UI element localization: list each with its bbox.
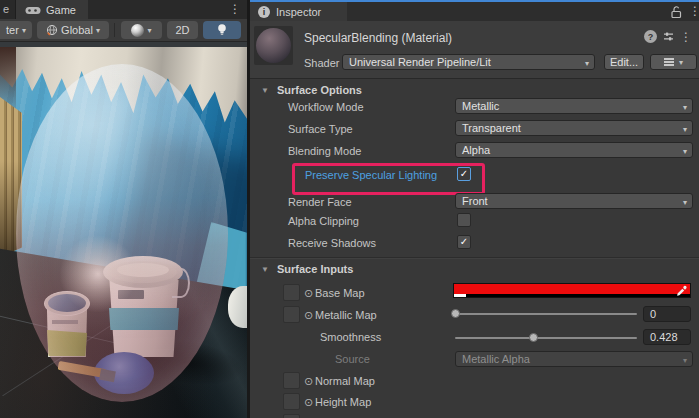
alpha-clipping-label: Alpha Clipping (288, 215, 359, 227)
unity-editor-window: e Game ⋮ ter ▾ Global ▾ ▾ (0, 0, 699, 418)
alpha-clipping-checkbox[interactable] (457, 213, 471, 227)
blending-mode-value: Alpha (462, 144, 490, 156)
scene-lighting-toggle-button[interactable] (203, 21, 241, 39)
gamepad-icon (25, 5, 41, 15)
game-viewport[interactable] (0, 42, 247, 418)
object-picker-icon[interactable]: ⊙ (304, 287, 313, 300)
surface-type-dropdown[interactable]: Transparent ▾ (455, 120, 693, 136)
height-map-texture-slot[interactable] (283, 393, 300, 410)
section-separator (250, 257, 699, 259)
receive-shadows-checkbox[interactable]: ✓ (457, 235, 471, 249)
scene-toolbar: ter ▾ Global ▾ ▾ 2D (0, 19, 247, 42)
tool-global-pivot-button[interactable]: Global ▾ (37, 21, 109, 39)
partial-bucket-right (228, 286, 247, 328)
object-picker-icon[interactable]: ⊙ (304, 309, 313, 322)
metallic-slider[interactable] (455, 313, 637, 315)
material-title: SpecularBlending (Material) (304, 31, 452, 45)
material-menu-kebab-icon[interactable]: ⋮ (680, 30, 692, 44)
object-picker-icon[interactable]: ⊙ (304, 375, 313, 388)
handle-rotation-label: ter (6, 24, 19, 36)
normal-map-texture-slot[interactable] (283, 372, 300, 389)
source-value: Metallic Alpha (462, 353, 530, 365)
smoothness-slider-thumb[interactable] (529, 333, 538, 342)
chevron-down-icon: ▾ (585, 59, 589, 68)
blending-mode-dropdown[interactable]: Alpha ▾ (455, 142, 693, 158)
render-face-value: Front (462, 195, 488, 207)
shading-mode-button[interactable]: ▾ (121, 21, 162, 39)
presets-icon[interactable] (662, 30, 675, 43)
material-preview-sphere[interactable] (254, 26, 293, 65)
inspector-panel: i Inspector ⋮ SpecularBlending (Material… (250, 0, 699, 418)
game-tab-label: Game (46, 4, 76, 16)
render-face-dropdown[interactable]: Front ▾ (455, 193, 693, 209)
receive-shadows-label: Receive Shadows (288, 237, 376, 249)
inspector-tab-bar: i Inspector ⋮ (250, 2, 699, 21)
workflow-mode-dropdown[interactable]: Metallic ▾ (455, 98, 693, 114)
workflow-mode-value: Metallic (462, 100, 499, 112)
chevron-down-icon: ▾ (683, 103, 687, 112)
inspector-menu-kebab-icon[interactable]: ⋮ (689, 4, 699, 18)
chevron-down-icon: ▾ (22, 26, 26, 35)
tab-game[interactable]: Game (16, 0, 88, 19)
inspector-tab-label: Inspector (276, 6, 321, 18)
foldout-arrow-icon[interactable]: ▼ (261, 86, 269, 95)
chevron-down-icon: ▾ (679, 58, 683, 67)
game-tab-bar: e Game ⋮ (0, 0, 247, 19)
chevron-down-icon: ▾ (147, 26, 151, 35)
lightbulb-icon (216, 23, 228, 37)
preserve-specular-lighting-checkbox[interactable]: ✓ (457, 167, 471, 181)
surface-type-label: Surface Type (288, 123, 353, 135)
metallic-map-label: Metallic Map (315, 309, 377, 321)
shaded-sphere-icon (131, 24, 144, 37)
workflow-mode-label: Workflow Mode (288, 101, 364, 113)
global-label: Global (61, 24, 93, 36)
2d-label: 2D (175, 24, 189, 36)
base-map-label: Base Map (315, 287, 365, 299)
partial-texture-slot[interactable] (283, 414, 300, 418)
transparent-specular-sphere (16, 64, 228, 402)
metallic-map-texture-slot[interactable] (283, 306, 300, 323)
help-icon[interactable]: ? (644, 30, 657, 43)
chevron-down-icon: ▾ (683, 147, 687, 156)
partial-tab[interactable]: e (3, 3, 9, 15)
list-menu-icon (664, 58, 674, 66)
normal-map-label: Normal Map (315, 375, 375, 387)
shader-value: Universal Render Pipeline/Lit (349, 56, 491, 68)
surface-type-value: Transparent (462, 122, 521, 134)
metallic-slider-thumb[interactable] (451, 309, 460, 318)
game-panel: e Game ⋮ ter ▾ Global ▾ ▾ (0, 0, 247, 418)
smoothness-slider[interactable] (455, 337, 637, 339)
material-ui-mode-button[interactable]: ▾ (650, 54, 697, 70)
metallic-value-field[interactable]: 0 (643, 306, 691, 322)
chevron-down-icon: ▾ (683, 356, 687, 365)
smoothness-value-field[interactable]: 0.428 (643, 329, 691, 345)
blending-mode-label: Blending Mode (288, 145, 361, 157)
2d-toggle-button[interactable]: 2D (167, 21, 198, 39)
object-picker-icon[interactable]: ⊙ (304, 396, 313, 409)
toolbar-separator (114, 23, 115, 37)
unlock-icon[interactable] (670, 5, 682, 19)
foldout-arrow-icon[interactable]: ▼ (261, 265, 269, 274)
eyedropper-icon[interactable] (675, 285, 688, 298)
chevron-down-icon: ▾ (683, 198, 687, 207)
material-header: SpecularBlending (Material) ? ⋮ Shader U… (250, 21, 699, 79)
smoothness-label: Smoothness (320, 331, 381, 343)
game-menu-kebab-icon[interactable]: ⋮ (229, 2, 241, 16)
alpha-strip (454, 294, 690, 297)
shader-label: Shader (304, 57, 339, 69)
height-map-label: Height Map (315, 396, 371, 408)
tab-inspector[interactable]: i Inspector (250, 2, 347, 21)
tool-handle-rotation-button[interactable]: ter ▾ (0, 21, 32, 39)
chevron-down-icon: ▾ (96, 26, 100, 35)
surface-options-header[interactable]: Surface Options (277, 84, 362, 96)
shader-dropdown[interactable]: Universal Render Pipeline/Lit ▾ (342, 54, 595, 70)
edit-shader-button[interactable]: Edit... (604, 54, 644, 70)
surface-inputs-header[interactable]: Surface Inputs (277, 263, 353, 275)
source-label: Source (335, 353, 370, 365)
globe-icon (46, 24, 58, 36)
base-map-color-swatch[interactable] (453, 283, 691, 298)
chevron-down-icon: ▾ (683, 125, 687, 134)
base-map-texture-slot[interactable] (283, 284, 300, 301)
render-face-label: Render Face (288, 196, 352, 208)
source-dropdown: Metallic Alpha ▾ (455, 351, 693, 367)
